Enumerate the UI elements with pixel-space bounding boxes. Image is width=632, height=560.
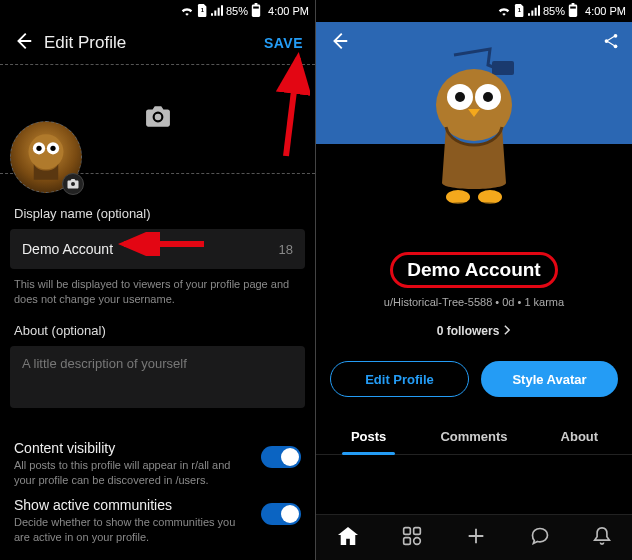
edit-profile-button[interactable]: Edit Profile	[330, 361, 469, 397]
banner-upload-area[interactable]	[0, 64, 315, 174]
svg-point-18	[446, 190, 470, 204]
show-active-sub: Decide whether to show the communities y…	[14, 515, 251, 545]
chat-icon[interactable]	[530, 526, 550, 550]
svg-rect-23	[404, 537, 411, 544]
phone-edit-profile: 1 85% 4:00 PM Edit Profile SAVE	[0, 0, 316, 560]
plus-icon[interactable]	[465, 525, 487, 551]
tab-about[interactable]: About	[527, 419, 632, 454]
tab-posts[interactable]: Posts	[316, 419, 421, 454]
followers-count: 0 followers	[437, 324, 500, 338]
profile-avatar[interactable]	[409, 44, 539, 214]
display-name-value: Demo Account	[22, 241, 279, 257]
followers-link[interactable]: 0 followers	[437, 324, 512, 338]
back-arrow-icon[interactable]	[328, 30, 352, 56]
bottom-nav	[316, 514, 632, 560]
status-bar: 1 85% 4:00 PM	[316, 0, 632, 22]
about-label: About (optional)	[14, 323, 301, 338]
save-button[interactable]: SAVE	[264, 35, 303, 51]
profile-tabs: Posts Comments About	[316, 419, 632, 455]
home-icon[interactable]	[337, 526, 359, 550]
display-name-counter: 18	[279, 242, 293, 257]
chevron-right-icon	[503, 324, 511, 338]
content-visibility-row: Content visibility All posts to this pro…	[0, 430, 315, 488]
sim-icon: 1	[514, 4, 525, 19]
content-visibility-title: Content visibility	[14, 440, 251, 456]
bell-icon[interactable]	[593, 526, 611, 550]
sim-icon: 1	[197, 4, 208, 19]
show-active-row: Show active communities Decide whether t…	[0, 487, 315, 545]
clock: 4:00 PM	[268, 5, 309, 17]
svg-point-20	[430, 202, 518, 212]
wifi-icon	[180, 5, 194, 18]
svg-point-6	[50, 146, 55, 151]
battery-pct: 85%	[543, 5, 565, 17]
content-visibility-sub: All posts to this profile will appear in…	[14, 458, 251, 488]
svg-rect-12	[492, 61, 514, 75]
wifi-icon	[497, 5, 511, 18]
signal-icon	[211, 5, 223, 18]
svg-rect-1	[253, 7, 259, 9]
phone-profile-view: 1 85% 4:00 PM Demo Account	[316, 0, 632, 560]
show-active-toggle[interactable]	[261, 503, 301, 525]
about-placeholder: A little description of yourself	[22, 356, 187, 371]
show-active-title: Show active communities	[14, 497, 251, 513]
style-avatar-button[interactable]: Style Avatar	[481, 361, 618, 397]
battery-pct: 85%	[226, 5, 248, 17]
battery-icon	[251, 3, 261, 19]
display-name-label: Display name (optional)	[14, 206, 301, 221]
svg-point-16	[455, 92, 465, 102]
about-input[interactable]: A little description of yourself	[10, 346, 305, 408]
avatar-camera-icon	[62, 173, 84, 195]
edit-profile-header: Edit Profile SAVE	[0, 22, 315, 64]
status-bar: 1 85% 4:00 PM	[0, 0, 315, 22]
back-arrow-icon[interactable]	[12, 30, 36, 56]
battery-icon	[568, 3, 578, 19]
avatar-upload[interactable]	[10, 121, 82, 193]
profile-subline: u/Historical-Tree-5588 • 0d • 1 karma	[316, 296, 632, 308]
signal-icon	[528, 5, 540, 18]
clock: 4:00 PM	[585, 5, 626, 17]
svg-point-24	[414, 537, 421, 544]
svg-rect-8	[570, 7, 576, 9]
svg-point-17	[483, 92, 493, 102]
share-icon[interactable]	[602, 32, 620, 54]
content-visibility-toggle[interactable]	[261, 446, 301, 468]
camera-icon	[145, 106, 171, 132]
page-title: Edit Profile	[44, 33, 264, 53]
svg-point-5	[36, 146, 41, 151]
display-name-helper: This will be displayed to viewers of you…	[14, 277, 301, 307]
svg-point-19	[478, 190, 502, 204]
svg-rect-22	[414, 527, 421, 534]
profile-display-name: Demo Account	[390, 252, 557, 288]
grid-icon[interactable]	[402, 526, 422, 550]
display-name-input[interactable]: Demo Account 18	[10, 229, 305, 269]
profile-buttons: Edit Profile Style Avatar	[316, 361, 632, 397]
svg-rect-21	[404, 527, 411, 534]
tab-comments[interactable]: Comments	[421, 419, 526, 454]
